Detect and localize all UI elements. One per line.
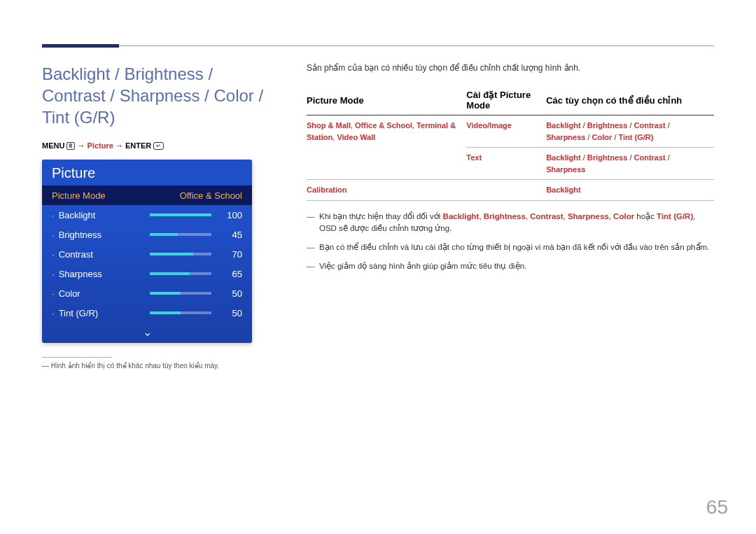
osd-item-value: 65 xyxy=(218,269,242,279)
osd-slider-row[interactable]: Color50 xyxy=(42,283,252,303)
osd-mode-value: Office & School xyxy=(150,190,242,201)
osd-title: Picture xyxy=(42,160,252,185)
cell-mode-group: Shop & Mall, Office & School, Terminal &… xyxy=(307,115,466,180)
osd-slider-row[interactable]: Sharpness65 xyxy=(42,264,252,283)
menu-path: MENU Ⅲ → Picture → ENTER ↵ xyxy=(42,141,273,150)
osd-slider-track[interactable] xyxy=(150,233,211,236)
osd-item-label: Color xyxy=(52,288,150,299)
table-row: CalibrationBacklight xyxy=(307,180,714,201)
osd-slider-track[interactable] xyxy=(150,253,211,255)
osd-slider-row[interactable]: Backlight100 xyxy=(42,205,252,225)
osd-slider-fill xyxy=(150,213,211,216)
footnote: Hình ảnh hiển thị có thể khác nhau tùy t… xyxy=(42,362,273,370)
page-number: 65 xyxy=(706,496,728,519)
arrow2: → xyxy=(115,141,123,150)
osd-slider-fill xyxy=(150,233,178,236)
note-2: Bạn có thể điều chỉnh và lưu cài đặt cho… xyxy=(307,241,714,253)
top-rule xyxy=(42,45,714,46)
osd-panel: Picture Picture Mode Office & School Bac… xyxy=(42,160,252,343)
osd-slider-row[interactable]: Tint (G/R)50 xyxy=(42,303,252,323)
section-title: Backlight / Brightness / Contrast / Shar… xyxy=(42,63,273,129)
osd-mode-row[interactable]: Picture Mode Office & School xyxy=(42,185,252,205)
osd-slider-track[interactable] xyxy=(150,292,211,295)
table-row: Shop & Mall, Office & School, Terminal &… xyxy=(307,115,714,148)
options-table: Picture Mode Cài đặt Picture Mode Các tù… xyxy=(307,85,714,201)
picture-step: Picture xyxy=(88,141,113,150)
enter-label: ENTER xyxy=(125,141,151,150)
osd-item-value: 50 xyxy=(218,308,242,318)
th-picture-mode: Picture Mode xyxy=(307,85,466,115)
cell-setting xyxy=(466,180,546,201)
osd-item-label: Sharpness xyxy=(52,269,150,279)
cell-options: Backlight / Brightness / Contrast / Shar… xyxy=(546,115,714,148)
osd-slider-fill xyxy=(150,253,193,255)
notes-list: Khi bạn thực hiện thay đổi đối với Backl… xyxy=(307,211,714,273)
th-setting: Cài đặt Picture Mode xyxy=(466,85,546,115)
osd-item-value: 45 xyxy=(218,230,242,240)
osd-item-value: 50 xyxy=(218,288,242,299)
footnote-rule xyxy=(42,357,112,358)
osd-mode-label: Picture Mode xyxy=(52,190,150,201)
osd-item-value: 70 xyxy=(218,249,242,260)
osd-slider-track[interactable] xyxy=(150,213,211,216)
osd-item-label: Contrast xyxy=(52,249,150,260)
arrow1: → xyxy=(78,141,85,150)
osd-slider-row[interactable]: Contrast70 xyxy=(42,244,252,264)
accent-bar xyxy=(42,44,119,48)
note-1: Khi bạn thực hiện thay đổi đối với Backl… xyxy=(307,211,714,235)
osd-slider-row[interactable]: Brightness45 xyxy=(42,225,252,244)
osd-slider-fill xyxy=(150,272,190,275)
left-column: Backlight / Brightness / Contrast / Shar… xyxy=(42,63,273,370)
intro-text: Sản phẩm của bạn có nhiều tùy chọn để đi… xyxy=(307,63,714,73)
right-column: Sản phẩm của bạn có nhiều tùy chọn để đi… xyxy=(307,63,714,370)
osd-slider-track[interactable] xyxy=(150,311,211,314)
th-adjustable: Các tùy chọn có thể điều chỉnh xyxy=(546,85,714,115)
menu-label: MENU xyxy=(42,141,64,150)
osd-item-label: Brightness xyxy=(52,230,150,240)
cell-setting: Text xyxy=(466,148,546,180)
osd-item-value: 100 xyxy=(218,210,242,220)
osd-slider-track[interactable] xyxy=(150,272,211,275)
osd-slider-fill xyxy=(150,292,181,295)
note-3: Việc giảm độ sáng hình ảnh giúp giảm mức… xyxy=(307,260,714,272)
osd-item-label: Backlight xyxy=(52,210,150,220)
page-content: Backlight / Brightness / Contrast / Shar… xyxy=(42,63,714,370)
cell-options: Backlight / Brightness / Contrast / Shar… xyxy=(546,148,714,180)
enter-icon: ↵ xyxy=(153,142,164,150)
osd-slider-fill xyxy=(150,311,181,314)
menu-icon: Ⅲ xyxy=(66,142,75,150)
osd-more-icon[interactable]: ⌄ xyxy=(42,323,252,343)
cell-setting: Video/Image xyxy=(466,115,546,148)
cell-options: Backlight xyxy=(546,180,714,201)
cell-mode-group: Calibration xyxy=(307,180,466,201)
osd-item-label: Tint (G/R) xyxy=(52,308,150,318)
